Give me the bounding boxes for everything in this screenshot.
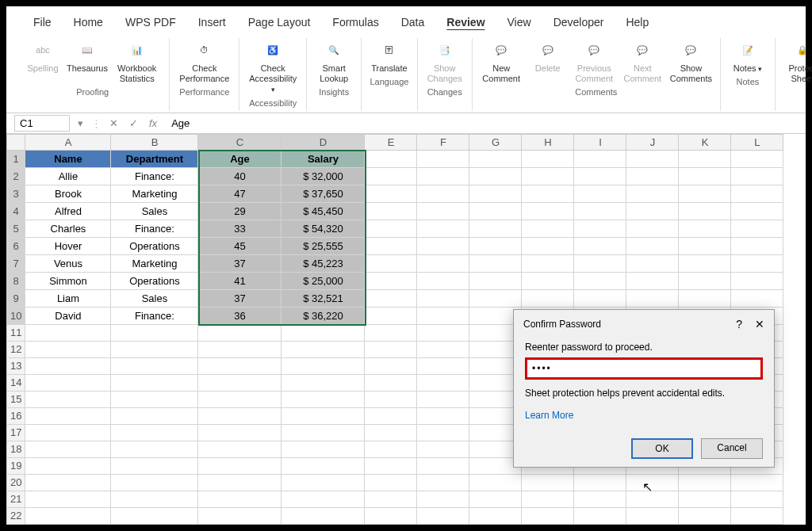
cell[interactable] [679, 507, 731, 524]
cell[interactable] [522, 524, 574, 525]
cell[interactable] [469, 507, 522, 524]
cell[interactable] [522, 185, 574, 202]
cell[interactable] [365, 457, 417, 474]
cell[interactable] [25, 507, 111, 524]
cell[interactable] [417, 441, 469, 457]
cell[interactable] [198, 524, 282, 525]
cell[interactable] [365, 407, 417, 424]
cell[interactable] [626, 272, 679, 289]
cell[interactable] [522, 220, 574, 237]
cell[interactable] [25, 324, 111, 341]
dialog-close-icon[interactable]: ✕ [755, 318, 764, 330]
row-header[interactable]: 10 [7, 307, 25, 324]
cell[interactable] [679, 272, 731, 289]
cell[interactable] [417, 324, 469, 341]
cell[interactable] [282, 407, 365, 424]
cell[interactable] [365, 374, 417, 391]
row-header[interactable]: 4 [7, 202, 25, 220]
cell[interactable] [25, 474, 111, 491]
col-header-i[interactable]: I [574, 134, 626, 150]
cell[interactable]: 29 [198, 202, 282, 220]
cell[interactable] [111, 424, 198, 441]
cancel-formula-icon[interactable]: ✕ [106, 117, 121, 129]
cell[interactable] [417, 524, 469, 525]
cell[interactable]: 47 [198, 185, 282, 202]
cell[interactable] [111, 441, 198, 457]
cell[interactable] [522, 507, 574, 524]
cell[interactable] [731, 507, 783, 524]
namebox-dropdown-icon[interactable]: ▾ [75, 117, 86, 129]
cell[interactable] [574, 220, 626, 237]
tab-home[interactable]: Home [63, 11, 114, 33]
cell[interactable]: Brook [25, 185, 111, 202]
cell[interactable] [417, 391, 469, 407]
cell[interactable] [25, 391, 111, 407]
cell[interactable] [417, 150, 469, 167]
cell[interactable] [365, 307, 417, 324]
cell[interactable] [282, 357, 365, 374]
cell[interactable] [574, 150, 626, 167]
col-header-f[interactable]: F [417, 134, 469, 150]
cell[interactable] [522, 150, 574, 167]
tab-developer[interactable]: Developer [542, 11, 615, 33]
cell[interactable] [679, 524, 731, 525]
tab-insert[interactable]: Insert [187, 11, 237, 33]
cell[interactable] [731, 289, 783, 307]
cell[interactable] [365, 237, 417, 254]
cell[interactable] [679, 474, 731, 491]
row-header[interactable]: 14 [7, 374, 25, 391]
col-header-a[interactable]: A [25, 134, 111, 150]
cell[interactable] [198, 407, 282, 424]
tab-data[interactable]: Data [390, 11, 436, 33]
show-comments-button[interactable]: 💬Show Comments [668, 38, 714, 86]
show-changes-button[interactable]: 📑Show Changes [424, 38, 465, 86]
row-header[interactable]: 15 [7, 391, 25, 407]
cell[interactable]: Operations [111, 272, 198, 289]
col-header-g[interactable]: G [469, 134, 522, 150]
cell[interactable] [679, 237, 731, 254]
cell[interactable] [417, 202, 469, 220]
cell[interactable] [365, 150, 417, 167]
cell[interactable] [626, 254, 679, 272]
cell[interactable]: Simmon [25, 272, 111, 289]
cell[interactable] [731, 150, 783, 167]
cell[interactable] [111, 341, 198, 357]
tab-review[interactable]: Review [435, 11, 496, 33]
cell[interactable] [111, 391, 198, 407]
cell[interactable] [417, 272, 469, 289]
cell[interactable] [365, 185, 417, 202]
cell[interactable] [282, 341, 365, 357]
cell[interactable]: Age [198, 150, 282, 167]
cell[interactable] [522, 491, 574, 507]
cell[interactable] [111, 324, 198, 341]
cell[interactable] [469, 150, 522, 167]
cell[interactable] [574, 507, 626, 524]
row-header[interactable]: 9 [7, 289, 25, 307]
cell[interactable] [679, 491, 731, 507]
cell[interactable]: Venus [25, 254, 111, 272]
cell[interactable] [574, 491, 626, 507]
cell[interactable] [365, 441, 417, 457]
cell[interactable] [574, 202, 626, 220]
cell[interactable] [626, 185, 679, 202]
cell[interactable]: $ 25,000 [282, 272, 365, 289]
row-header[interactable]: 8 [7, 272, 25, 289]
cell[interactable]: Hover [25, 237, 111, 254]
col-header-j[interactable]: J [626, 134, 679, 150]
row-header[interactable]: 23 [7, 524, 25, 525]
smart-lookup-button[interactable]: 🔍Smart Lookup [313, 38, 354, 86]
cell[interactable] [365, 254, 417, 272]
name-box[interactable]: C1 [14, 115, 70, 132]
cell[interactable] [679, 220, 731, 237]
cell[interactable] [25, 491, 111, 507]
cell[interactable] [522, 237, 574, 254]
cell[interactable] [731, 491, 783, 507]
cell[interactable] [25, 524, 111, 525]
cell[interactable] [469, 474, 522, 491]
cell[interactable] [469, 272, 522, 289]
cell[interactable] [198, 457, 282, 474]
cell[interactable] [469, 202, 522, 220]
row-header[interactable]: 1 [7, 150, 25, 167]
cell[interactable] [198, 507, 282, 524]
cell[interactable] [25, 357, 111, 374]
